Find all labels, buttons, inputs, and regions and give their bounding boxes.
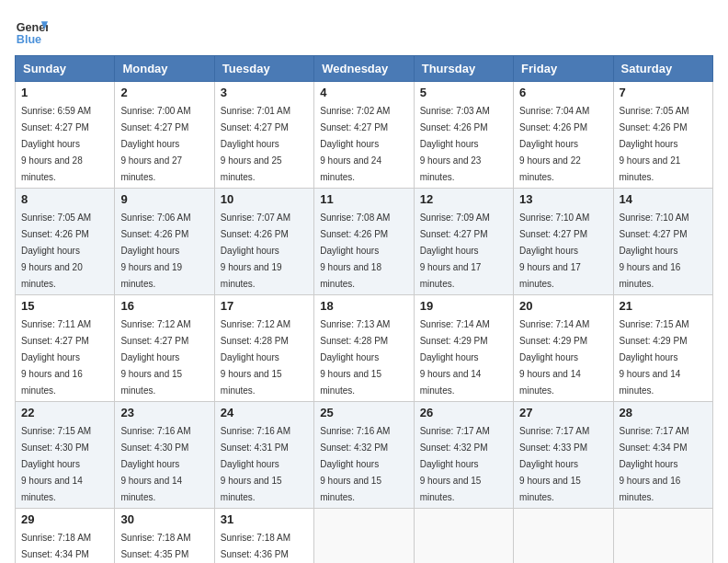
day-info: Sunrise: 7:05 AMSunset: 4:26 PMDaylight … bbox=[21, 213, 91, 289]
day-number: 21 bbox=[620, 299, 707, 313]
day-number: 18 bbox=[320, 299, 407, 313]
day-number: 26 bbox=[420, 406, 507, 419]
day-number: 6 bbox=[519, 86, 607, 99]
calendar-cell: 28 Sunrise: 7:17 AMSunset: 4:34 PMDaylig… bbox=[613, 402, 712, 509]
calendar-cell bbox=[314, 509, 414, 564]
calendar-body: 1 Sunrise: 6:59 AMSunset: 4:27 PMDayligh… bbox=[16, 82, 713, 564]
day-number: 20 bbox=[519, 299, 607, 313]
day-number: 7 bbox=[620, 86, 707, 99]
calendar-cell: 20 Sunrise: 7:14 AMSunset: 4:29 PMDaylig… bbox=[514, 295, 613, 402]
day-number: 2 bbox=[120, 86, 208, 99]
day-number: 31 bbox=[221, 512, 308, 526]
logo-icon: General Blue bbox=[15, 15, 48, 48]
day-number: 9 bbox=[120, 192, 208, 206]
calendar-cell: 2 Sunrise: 7:00 AMSunset: 4:27 PMDayligh… bbox=[115, 82, 214, 189]
day-info: Sunrise: 7:04 AMSunset: 4:26 PMDaylight … bbox=[519, 106, 589, 182]
calendar-cell bbox=[613, 509, 712, 564]
day-info: Sunrise: 7:18 AMSunset: 4:35 PMDaylight … bbox=[120, 533, 190, 563]
day-info: Sunrise: 7:01 AMSunset: 4:27 PMDaylight … bbox=[221, 106, 290, 182]
weekday-header-tuesday: Tuesday bbox=[214, 56, 313, 82]
calendar-cell: 1 Sunrise: 6:59 AMSunset: 4:27 PMDayligh… bbox=[16, 82, 115, 189]
calendar-cell: 21 Sunrise: 7:15 AMSunset: 4:29 PMDaylig… bbox=[613, 295, 712, 402]
day-info: Sunrise: 7:16 AMSunset: 4:32 PMDaylight … bbox=[320, 426, 390, 502]
weekday-header-monday: Monday bbox=[115, 56, 214, 82]
day-info: Sunrise: 7:13 AMSunset: 4:28 PMDaylight … bbox=[320, 319, 390, 396]
day-info: Sunrise: 7:14 AMSunset: 4:29 PMDaylight … bbox=[519, 319, 589, 396]
day-info: Sunrise: 7:16 AMSunset: 4:30 PMDaylight … bbox=[120, 426, 190, 502]
svg-text:Blue: Blue bbox=[17, 33, 41, 46]
weekday-header-sunday: Sunday bbox=[16, 56, 115, 82]
calendar-cell: 12 Sunrise: 7:09 AMSunset: 4:27 PMDaylig… bbox=[414, 189, 513, 295]
day-number: 29 bbox=[21, 512, 108, 526]
calendar-cell: 19 Sunrise: 7:14 AMSunset: 4:29 PMDaylig… bbox=[414, 295, 513, 402]
day-info: Sunrise: 7:15 AMSunset: 4:29 PMDaylight … bbox=[620, 319, 689, 396]
day-number: 10 bbox=[221, 192, 308, 206]
day-number: 19 bbox=[420, 299, 507, 313]
calendar-cell: 24 Sunrise: 7:16 AMSunset: 4:31 PMDaylig… bbox=[214, 402, 313, 509]
calendar-cell: 15 Sunrise: 7:11 AMSunset: 4:27 PMDaylig… bbox=[16, 295, 115, 402]
calendar-cell: 22 Sunrise: 7:15 AMSunset: 4:30 PMDaylig… bbox=[16, 402, 115, 509]
day-number: 12 bbox=[420, 192, 507, 206]
calendar-table: SundayMondayTuesdayWednesdayThursdayFrid… bbox=[15, 55, 713, 563]
day-info: Sunrise: 7:16 AMSunset: 4:31 PMDaylight … bbox=[221, 426, 290, 502]
calendar-week-row: 8 Sunrise: 7:05 AMSunset: 4:26 PMDayligh… bbox=[16, 189, 713, 295]
day-number: 16 bbox=[120, 299, 208, 313]
weekday-header-wednesday: Wednesday bbox=[314, 56, 414, 82]
calendar-week-row: 22 Sunrise: 7:15 AMSunset: 4:30 PMDaylig… bbox=[16, 402, 713, 509]
calendar-cell: 3 Sunrise: 7:01 AMSunset: 4:27 PMDayligh… bbox=[214, 82, 313, 189]
day-number: 23 bbox=[120, 406, 208, 419]
day-number: 11 bbox=[320, 192, 407, 206]
weekday-header-thursday: Thursday bbox=[414, 56, 513, 82]
calendar-cell: 4 Sunrise: 7:02 AMSunset: 4:27 PMDayligh… bbox=[314, 82, 414, 189]
day-number: 5 bbox=[420, 86, 507, 99]
day-number: 14 bbox=[620, 192, 707, 206]
calendar-cell: 6 Sunrise: 7:04 AMSunset: 4:26 PMDayligh… bbox=[514, 82, 613, 189]
day-info: Sunrise: 7:17 AMSunset: 4:32 PMDaylight … bbox=[420, 426, 490, 502]
calendar-cell: 31 Sunrise: 7:18 AMSunset: 4:36 PMDaylig… bbox=[214, 509, 313, 564]
day-number: 24 bbox=[221, 406, 308, 419]
day-number: 1 bbox=[21, 86, 108, 99]
calendar-header-row: SundayMondayTuesdayWednesdayThursdayFrid… bbox=[16, 56, 713, 82]
calendar-cell: 27 Sunrise: 7:17 AMSunset: 4:33 PMDaylig… bbox=[514, 402, 613, 509]
day-info: Sunrise: 7:17 AMSunset: 4:33 PMDaylight … bbox=[519, 426, 589, 502]
day-number: 22 bbox=[21, 406, 108, 419]
day-info: Sunrise: 7:09 AMSunset: 4:27 PMDaylight … bbox=[420, 213, 490, 289]
day-info: Sunrise: 7:15 AMSunset: 4:30 PMDaylight … bbox=[21, 426, 91, 502]
day-number: 28 bbox=[620, 406, 707, 419]
logo: General Blue bbox=[15, 15, 48, 48]
day-info: Sunrise: 7:10 AMSunset: 4:27 PMDaylight … bbox=[620, 213, 689, 289]
calendar-cell: 8 Sunrise: 7:05 AMSunset: 4:26 PMDayligh… bbox=[16, 189, 115, 295]
calendar-cell: 16 Sunrise: 7:12 AMSunset: 4:27 PMDaylig… bbox=[115, 295, 214, 402]
day-number: 17 bbox=[221, 299, 308, 313]
day-info: Sunrise: 6:59 AMSunset: 4:27 PMDaylight … bbox=[21, 106, 91, 182]
day-info: Sunrise: 7:06 AMSunset: 4:26 PMDaylight … bbox=[120, 213, 190, 289]
day-info: Sunrise: 7:12 AMSunset: 4:27 PMDaylight … bbox=[120, 319, 190, 396]
weekday-header-saturday: Saturday bbox=[613, 56, 712, 82]
day-number: 13 bbox=[519, 192, 607, 206]
calendar-cell: 5 Sunrise: 7:03 AMSunset: 4:26 PMDayligh… bbox=[414, 82, 513, 189]
calendar-cell: 18 Sunrise: 7:13 AMSunset: 4:28 PMDaylig… bbox=[314, 295, 414, 402]
day-number: 30 bbox=[120, 512, 208, 526]
calendar-cell: 14 Sunrise: 7:10 AMSunset: 4:27 PMDaylig… bbox=[613, 189, 712, 295]
calendar-cell: 13 Sunrise: 7:10 AMSunset: 4:27 PMDaylig… bbox=[514, 189, 613, 295]
calendar-cell: 29 Sunrise: 7:18 AMSunset: 4:34 PMDaylig… bbox=[16, 509, 115, 564]
calendar-week-row: 1 Sunrise: 6:59 AMSunset: 4:27 PMDayligh… bbox=[16, 82, 713, 189]
day-number: 15 bbox=[21, 299, 108, 313]
calendar-cell: 17 Sunrise: 7:12 AMSunset: 4:28 PMDaylig… bbox=[214, 295, 313, 402]
day-number: 3 bbox=[221, 86, 308, 99]
day-number: 4 bbox=[320, 86, 407, 99]
calendar-cell: 30 Sunrise: 7:18 AMSunset: 4:35 PMDaylig… bbox=[115, 509, 214, 564]
weekday-header-friday: Friday bbox=[514, 56, 613, 82]
calendar-cell: 25 Sunrise: 7:16 AMSunset: 4:32 PMDaylig… bbox=[314, 402, 414, 509]
day-info: Sunrise: 7:18 AMSunset: 4:34 PMDaylight … bbox=[21, 533, 91, 563]
day-info: Sunrise: 7:00 AMSunset: 4:27 PMDaylight … bbox=[120, 106, 190, 182]
day-info: Sunrise: 7:07 AMSunset: 4:26 PMDaylight … bbox=[221, 213, 290, 289]
calendar-cell: 26 Sunrise: 7:17 AMSunset: 4:32 PMDaylig… bbox=[414, 402, 513, 509]
day-number: 25 bbox=[320, 406, 407, 419]
calendar-cell: 11 Sunrise: 7:08 AMSunset: 4:26 PMDaylig… bbox=[314, 189, 414, 295]
calendar-cell: 10 Sunrise: 7:07 AMSunset: 4:26 PMDaylig… bbox=[214, 189, 313, 295]
calendar-cell bbox=[514, 509, 613, 564]
calendar-cell: 23 Sunrise: 7:16 AMSunset: 4:30 PMDaylig… bbox=[115, 402, 214, 509]
day-info: Sunrise: 7:12 AMSunset: 4:28 PMDaylight … bbox=[221, 319, 290, 396]
calendar-week-row: 15 Sunrise: 7:11 AMSunset: 4:27 PMDaylig… bbox=[16, 295, 713, 402]
